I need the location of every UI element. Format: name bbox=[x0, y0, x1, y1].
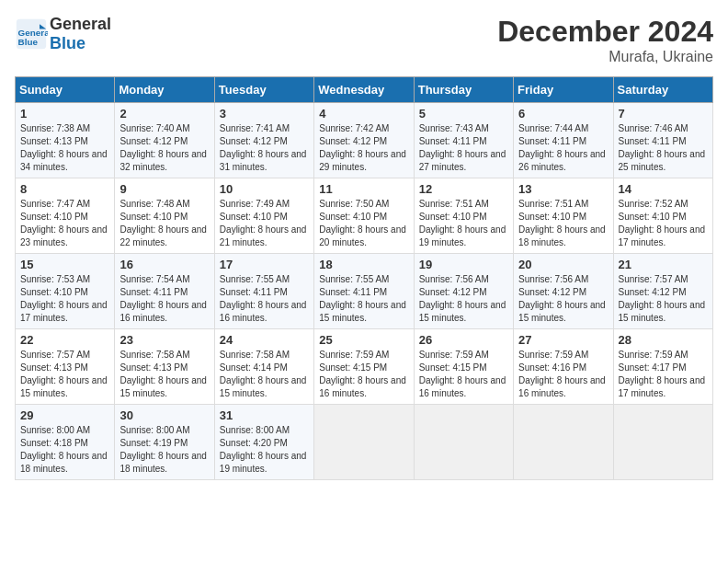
calendar-cell: 19Sunrise: 7:56 AM Sunset: 4:12 PM Dayli… bbox=[414, 254, 513, 329]
calendar-cell: 15Sunrise: 7:53 AM Sunset: 4:10 PM Dayli… bbox=[16, 254, 115, 329]
calendar-cell bbox=[514, 405, 613, 480]
day-number: 11 bbox=[319, 182, 408, 196]
day-number: 26 bbox=[419, 333, 508, 347]
day-number: 20 bbox=[518, 258, 608, 271]
day-info: Sunrise: 7:59 AM Sunset: 4:15 PM Dayligh… bbox=[319, 349, 408, 400]
calendar-header-row: SundayMondayTuesdayWednesdayThursdayFrid… bbox=[16, 77, 713, 103]
calendar-cell: 21Sunrise: 7:57 AM Sunset: 4:12 PM Dayli… bbox=[613, 254, 712, 329]
calendar-week-row: 8Sunrise: 7:47 AM Sunset: 4:10 PM Daylig… bbox=[16, 178, 713, 254]
day-number: 25 bbox=[319, 333, 408, 347]
calendar-cell: 3Sunrise: 7:41 AM Sunset: 4:12 PM Daylig… bbox=[214, 103, 313, 178]
calendar-cell: 29Sunrise: 8:00 AM Sunset: 4:18 PM Dayli… bbox=[16, 405, 115, 480]
calendar-cell: 4Sunrise: 7:42 AM Sunset: 4:12 PM Daylig… bbox=[314, 103, 414, 178]
day-info: Sunrise: 7:46 AM Sunset: 4:11 PM Dayligh… bbox=[619, 122, 708, 174]
calendar-week-row: 22Sunrise: 7:57 AM Sunset: 4:13 PM Dayli… bbox=[16, 329, 713, 405]
day-number: 2 bbox=[119, 107, 209, 121]
day-info: Sunrise: 7:58 AM Sunset: 4:14 PM Dayligh… bbox=[220, 349, 309, 400]
day-info: Sunrise: 7:51 AM Sunset: 4:10 PM Dayligh… bbox=[518, 198, 608, 249]
day-number: 14 bbox=[619, 182, 708, 196]
day-info: Sunrise: 7:49 AM Sunset: 4:10 PM Dayligh… bbox=[220, 198, 309, 249]
day-number: 16 bbox=[119, 258, 209, 271]
calendar-cell: 30Sunrise: 8:00 AM Sunset: 4:19 PM Dayli… bbox=[115, 405, 214, 480]
header-sunday: Sunday bbox=[16, 77, 115, 103]
day-number: 18 bbox=[319, 258, 408, 271]
calendar-cell bbox=[613, 405, 712, 480]
calendar-cell: 8Sunrise: 7:47 AM Sunset: 4:10 PM Daylig… bbox=[16, 178, 115, 254]
day-info: Sunrise: 7:42 AM Sunset: 4:12 PM Dayligh… bbox=[319, 122, 408, 174]
day-info: Sunrise: 7:40 AM Sunset: 4:12 PM Dayligh… bbox=[119, 122, 209, 174]
day-info: Sunrise: 7:59 AM Sunset: 4:17 PM Dayligh… bbox=[619, 349, 708, 400]
day-info: Sunrise: 7:56 AM Sunset: 4:12 PM Dayligh… bbox=[419, 273, 508, 325]
day-info: Sunrise: 7:59 AM Sunset: 4:16 PM Dayligh… bbox=[518, 349, 608, 400]
day-info: Sunrise: 7:55 AM Sunset: 4:11 PM Dayligh… bbox=[319, 273, 408, 325]
title-block: December 2024 Murafa, Ukraine bbox=[497, 15, 713, 65]
day-number: 28 bbox=[619, 333, 708, 347]
day-number: 24 bbox=[220, 333, 309, 347]
day-number: 27 bbox=[518, 333, 608, 347]
day-info: Sunrise: 7:55 AM Sunset: 4:11 PM Dayligh… bbox=[220, 273, 309, 325]
calendar-cell: 12Sunrise: 7:51 AM Sunset: 4:10 PM Dayli… bbox=[414, 178, 513, 254]
calendar-cell: 13Sunrise: 7:51 AM Sunset: 4:10 PM Dayli… bbox=[514, 178, 613, 254]
day-number: 21 bbox=[619, 258, 708, 271]
day-number: 13 bbox=[518, 182, 608, 196]
calendar-week-row: 15Sunrise: 7:53 AM Sunset: 4:10 PM Dayli… bbox=[16, 254, 713, 329]
calendar-cell: 2Sunrise: 7:40 AM Sunset: 4:12 PM Daylig… bbox=[115, 103, 214, 178]
calendar-cell: 9Sunrise: 7:48 AM Sunset: 4:10 PM Daylig… bbox=[115, 178, 214, 254]
header-tuesday: Tuesday bbox=[214, 77, 313, 103]
calendar-cell: 5Sunrise: 7:43 AM Sunset: 4:11 PM Daylig… bbox=[414, 103, 513, 178]
day-number: 15 bbox=[20, 258, 109, 271]
day-info: Sunrise: 7:44 AM Sunset: 4:11 PM Dayligh… bbox=[518, 122, 608, 174]
calendar-cell: 31Sunrise: 8:00 AM Sunset: 4:20 PM Dayli… bbox=[214, 405, 313, 480]
day-number: 4 bbox=[319, 107, 408, 121]
calendar-table: SundayMondayTuesdayWednesdayThursdayFrid… bbox=[15, 76, 713, 480]
day-info: Sunrise: 7:52 AM Sunset: 4:10 PM Dayligh… bbox=[619, 198, 708, 249]
day-info: Sunrise: 7:54 AM Sunset: 4:11 PM Dayligh… bbox=[119, 273, 209, 325]
month-title: December 2024 bbox=[497, 15, 713, 49]
header-saturday: Saturday bbox=[613, 77, 712, 103]
day-number: 8 bbox=[20, 182, 109, 196]
calendar-cell: 22Sunrise: 7:57 AM Sunset: 4:13 PM Dayli… bbox=[16, 329, 115, 405]
calendar-cell: 14Sunrise: 7:52 AM Sunset: 4:10 PM Dayli… bbox=[613, 178, 712, 254]
day-info: Sunrise: 7:48 AM Sunset: 4:10 PM Dayligh… bbox=[119, 198, 209, 249]
calendar-cell: 10Sunrise: 7:49 AM Sunset: 4:10 PM Dayli… bbox=[214, 178, 313, 254]
svg-text:Blue: Blue bbox=[18, 37, 39, 47]
day-info: Sunrise: 7:57 AM Sunset: 4:13 PM Dayligh… bbox=[20, 349, 109, 400]
calendar-cell: 26Sunrise: 7:59 AM Sunset: 4:15 PM Dayli… bbox=[414, 329, 513, 405]
day-number: 19 bbox=[419, 258, 508, 271]
day-number: 29 bbox=[20, 408, 109, 422]
calendar-cell: 18Sunrise: 7:55 AM Sunset: 4:11 PM Dayli… bbox=[314, 254, 414, 329]
header-thursday: Thursday bbox=[414, 77, 513, 103]
calendar-cell bbox=[314, 405, 414, 480]
calendar-cell: 7Sunrise: 7:46 AM Sunset: 4:11 PM Daylig… bbox=[613, 103, 712, 178]
day-info: Sunrise: 7:38 AM Sunset: 4:13 PM Dayligh… bbox=[20, 122, 109, 174]
calendar-cell: 25Sunrise: 7:59 AM Sunset: 4:15 PM Dayli… bbox=[314, 329, 414, 405]
calendar-cell: 1Sunrise: 7:38 AM Sunset: 4:13 PM Daylig… bbox=[16, 103, 115, 178]
page-header: General Blue General Blue December 2024 … bbox=[15, 15, 713, 65]
calendar-week-row: 1Sunrise: 7:38 AM Sunset: 4:13 PM Daylig… bbox=[16, 103, 713, 178]
location: Murafa, Ukraine bbox=[497, 49, 713, 65]
day-number: 22 bbox=[20, 333, 109, 347]
header-friday: Friday bbox=[514, 77, 613, 103]
day-number: 3 bbox=[220, 107, 309, 121]
calendar-cell: 20Sunrise: 7:56 AM Sunset: 4:12 PM Dayli… bbox=[514, 254, 613, 329]
day-info: Sunrise: 7:57 AM Sunset: 4:12 PM Dayligh… bbox=[619, 273, 708, 325]
day-number: 31 bbox=[220, 408, 309, 422]
header-wednesday: Wednesday bbox=[314, 77, 414, 103]
day-info: Sunrise: 7:58 AM Sunset: 4:13 PM Dayligh… bbox=[119, 349, 209, 400]
day-number: 1 bbox=[20, 107, 109, 121]
calendar-week-row: 29Sunrise: 8:00 AM Sunset: 4:18 PM Dayli… bbox=[16, 405, 713, 480]
day-info: Sunrise: 7:47 AM Sunset: 4:10 PM Dayligh… bbox=[20, 198, 109, 249]
day-number: 12 bbox=[419, 182, 508, 196]
day-info: Sunrise: 8:00 AM Sunset: 4:20 PM Dayligh… bbox=[220, 424, 309, 476]
calendar-cell: 24Sunrise: 7:58 AM Sunset: 4:14 PM Dayli… bbox=[214, 329, 313, 405]
day-number: 6 bbox=[518, 107, 608, 121]
calendar-cell: 11Sunrise: 7:50 AM Sunset: 4:10 PM Dayli… bbox=[314, 178, 414, 254]
day-info: Sunrise: 7:51 AM Sunset: 4:10 PM Dayligh… bbox=[419, 198, 508, 249]
day-number: 7 bbox=[619, 107, 708, 121]
logo: General Blue General Blue bbox=[15, 15, 111, 53]
day-info: Sunrise: 8:00 AM Sunset: 4:19 PM Dayligh… bbox=[119, 424, 209, 476]
calendar-cell: 17Sunrise: 7:55 AM Sunset: 4:11 PM Dayli… bbox=[214, 254, 313, 329]
logo-icon: General Blue bbox=[15, 17, 48, 51]
day-info: Sunrise: 8:00 AM Sunset: 4:18 PM Dayligh… bbox=[20, 424, 109, 476]
header-monday: Monday bbox=[115, 77, 214, 103]
